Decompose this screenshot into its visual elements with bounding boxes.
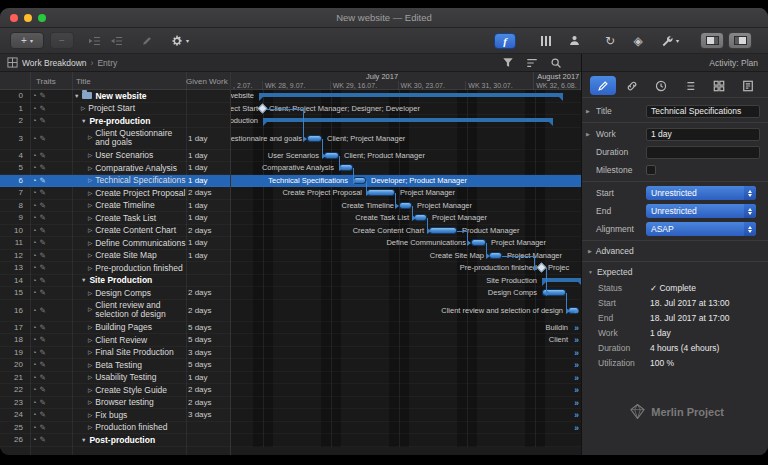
disclosure-icon[interactable]: ▼ xyxy=(81,277,86,283)
outline-row[interactable]: 7◔✎▷Create Project Proposal2 days xyxy=(0,187,230,200)
disclosure-icon[interactable]: ▷ xyxy=(88,165,92,171)
tab-time[interactable] xyxy=(648,76,674,95)
work-field[interactable]: 1 day xyxy=(646,128,760,141)
disclosure-icon[interactable]: ▷ xyxy=(88,412,92,418)
gantt-row[interactable]: » xyxy=(231,347,581,360)
toggle-inspector-button[interactable] xyxy=(700,32,724,49)
col-header-title[interactable]: Title xyxy=(76,77,91,86)
gantt-summary-bar[interactable] xyxy=(259,93,563,97)
disclosure-icon[interactable]: ▷ xyxy=(88,177,92,183)
start-constraint-select[interactable]: Unrestricted xyxy=(646,186,756,200)
disclosure-icon[interactable]: ▷ xyxy=(88,252,92,258)
tab-plan[interactable] xyxy=(590,76,616,95)
gantt-row[interactable]: » xyxy=(231,409,581,422)
gantt-row[interactable]: Pre-production xyxy=(231,115,581,128)
duration-field[interactable] xyxy=(646,146,760,159)
outline-row[interactable]: 12◔✎▷Create Site Map1 day xyxy=(0,250,230,263)
gantt-row[interactable]: Buildin» xyxy=(231,322,581,335)
outline-row[interactable]: 23◔✎▷Browser testing2 days xyxy=(0,397,230,410)
gantt-summary-bar[interactable] xyxy=(263,118,553,122)
title-field[interactable]: Technical Specifications xyxy=(646,105,760,118)
gantt-row[interactable]: User ScenariosClient; Product Manager xyxy=(231,150,581,163)
disclosure-icon[interactable]: ▼ xyxy=(74,93,79,99)
gantt-row[interactable]: Site Production xyxy=(231,275,581,288)
outline-row[interactable]: 0◔✎▼New website xyxy=(0,90,230,103)
disclosure-icon[interactable]: ▶ xyxy=(586,108,592,114)
tab-note[interactable] xyxy=(735,76,761,95)
tab-groups[interactable] xyxy=(706,76,732,95)
outdent-button[interactable] xyxy=(84,32,104,49)
gantt-bar[interactable] xyxy=(324,152,339,159)
outline-row[interactable]: 20◔✎▷Beta Testing5 days xyxy=(0,359,230,372)
end-constraint-select[interactable]: Unrestricted xyxy=(646,204,756,218)
gantt-row[interactable] xyxy=(231,434,581,447)
disclosure-icon[interactable]: ▷ xyxy=(88,349,92,355)
gantt-bar[interactable] xyxy=(399,202,412,209)
advanced-section-header[interactable]: ▶ Advanced xyxy=(582,243,768,259)
disclosure-icon[interactable]: ▷ xyxy=(88,152,92,158)
outline-row[interactable]: 11◔✎▷Define Communications1 day xyxy=(0,237,230,250)
outline-row[interactable]: 15◔✎▷Design Comps2 days xyxy=(0,287,230,300)
merlin-server-button[interactable]: ◈ xyxy=(626,32,650,49)
outline-row[interactable]: 14◔✎▼Site Production xyxy=(0,275,230,288)
search-button[interactable] xyxy=(550,57,562,69)
gantt-row[interactable]: Design Comps xyxy=(231,287,581,300)
gantt-summary-bar[interactable] xyxy=(542,278,581,282)
gantt-row[interactable]: Comparative Analysis xyxy=(231,162,581,175)
outline-row[interactable]: 9◔✎▷Create Task List1 day xyxy=(0,212,230,225)
disclosure-icon[interactable]: ▷ xyxy=(88,265,92,271)
disclosure-icon[interactable]: ▷ xyxy=(88,362,92,368)
gantt-milestone[interactable] xyxy=(258,103,268,113)
disclosure-icon[interactable]: ▷ xyxy=(88,227,92,233)
gantt-bar[interactable] xyxy=(471,239,486,246)
breadcrumb-current[interactable]: Entry xyxy=(97,58,117,68)
disclosure-icon[interactable]: ▷ xyxy=(88,424,92,430)
disclosure-icon[interactable]: ▷ xyxy=(88,387,92,393)
sync-button[interactable]: ↻ xyxy=(598,32,622,49)
gantt-row[interactable]: » xyxy=(231,384,581,397)
gantt-row[interactable]: Pre-production finishedProjec xyxy=(231,262,581,275)
breadcrumb[interactable]: Work Breakdown › Entry xyxy=(22,54,117,72)
milestone-checkbox[interactable] xyxy=(646,165,656,175)
disclosure-icon[interactable]: ▷ xyxy=(88,240,92,246)
gantt-bar[interactable] xyxy=(489,252,502,259)
disclosure-icon[interactable]: ▷ xyxy=(88,290,92,296)
disclosure-icon[interactable]: ▷ xyxy=(88,305,92,315)
gantt-row[interactable]: New website xyxy=(231,90,581,103)
outline-row[interactable]: 3◔✎▷Client Questionnaire and goals1 day xyxy=(0,128,230,150)
disclosure-icon[interactable]: ▼ xyxy=(81,437,86,443)
disclosure-icon[interactable]: ▼ xyxy=(81,118,86,124)
gantt-row[interactable]: Create Project ProposalProject Manager xyxy=(231,187,581,200)
gantt-row[interactable]: Technical SpecificationsDeveloper; Produ… xyxy=(231,175,581,188)
gantt-row[interactable]: Create TimelineProject Manager xyxy=(231,200,581,213)
gantt-bar[interactable] xyxy=(429,227,457,234)
outline-row[interactable]: 19◔✎▷Final Site Production3 days xyxy=(0,347,230,360)
outline-row[interactable]: 6◔✎▷Technical Specifications1 day xyxy=(0,175,230,188)
gantt-row[interactable]: Create Content ChartProduct Manager xyxy=(231,225,581,238)
indent-button[interactable] xyxy=(106,32,126,49)
outline-row[interactable]: 16◔✎▷Client review and selection of desi… xyxy=(0,300,230,322)
gantt-row[interactable]: » xyxy=(231,359,581,372)
disclosure-icon[interactable]: ▷ xyxy=(88,374,92,380)
toggle-details-button[interactable] xyxy=(728,32,752,49)
outline-row[interactable]: 2◔✎▼Pre-production xyxy=(0,115,230,128)
outline-row[interactable]: 17◔✎▷Building Pages5 days xyxy=(0,322,230,335)
col-header-work[interactable]: Given Work xyxy=(186,77,228,86)
disclosure-icon[interactable]: ▷ xyxy=(88,190,92,196)
gantt-row[interactable]: Define CommunicationsProject Manager xyxy=(231,237,581,250)
disclosure-icon[interactable]: ▷ xyxy=(88,324,92,330)
outline-row[interactable]: 22◔✎▷Create Style Guide2 days xyxy=(0,384,230,397)
disclosure-icon[interactable]: ▶ xyxy=(586,131,592,137)
style-format-button[interactable]: f xyxy=(494,33,516,49)
alignment-select[interactable]: ASAP xyxy=(646,222,756,236)
outline-row[interactable]: 18◔✎▷Client Review5 days xyxy=(0,334,230,347)
outline-row[interactable]: 25◔✎▷Production finished xyxy=(0,422,230,435)
disclosure-icon[interactable]: ▷ xyxy=(88,133,92,143)
edit-button[interactable] xyxy=(136,32,158,49)
tab-finance[interactable] xyxy=(677,76,703,95)
disclosure-icon[interactable]: ▷ xyxy=(88,202,92,208)
outline-row[interactable]: 8◔✎▷Create Timeline1 day xyxy=(0,200,230,213)
outline-row[interactable]: 10◔✎▷Create Content Chart2 days xyxy=(0,225,230,238)
breadcrumb-root[interactable]: Work Breakdown xyxy=(22,58,87,68)
add-activity-button[interactable]: + ▾ xyxy=(10,32,44,49)
